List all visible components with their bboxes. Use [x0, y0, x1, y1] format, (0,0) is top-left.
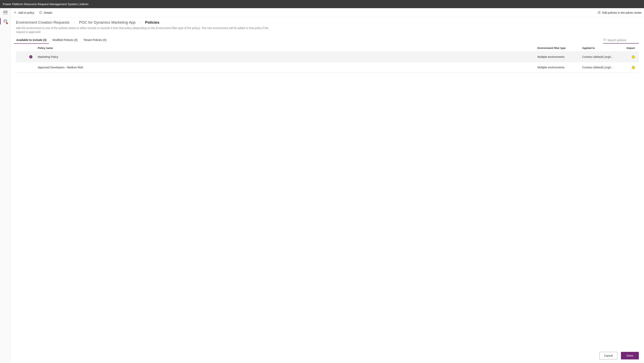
- add-to-policy-label: Add to policy: [18, 11, 34, 14]
- chevron-right-icon: ›: [140, 21, 141, 24]
- details-label: Details: [44, 11, 52, 14]
- breadcrumb-item-requests[interactable]: Environment Creation Requests ›: [16, 20, 75, 25]
- breadcrumb-item-policies: Policies: [145, 20, 160, 25]
- tab-available[interactable]: Available to include (3): [16, 37, 47, 44]
- checkmark-badge-icon: [29, 55, 32, 58]
- app-header: Power Platform Resource Request Manageme…: [0, 0, 644, 8]
- table-row[interactable]: Approved Developers - Medium Risk Multip…: [16, 62, 639, 73]
- breadcrumb-label: POC for Dynamics Marketing App: [79, 20, 136, 25]
- search-input[interactable]: [608, 38, 639, 42]
- app-title: Power Platform Resource Request Manageme…: [3, 2, 88, 6]
- inbox-icon: [4, 19, 7, 24]
- tab-modified[interactable]: Modified Policies (0): [52, 37, 78, 44]
- nav-active-indicator: [0, 18, 0, 24]
- chevron-right-icon: ›: [74, 21, 74, 24]
- page-description: Add the environment to one of the polici…: [16, 26, 274, 34]
- breadcrumb-label: Policies: [145, 20, 160, 25]
- breadcrumb: Environment Creation Requests › POC for …: [16, 20, 639, 25]
- cell-policy-name: Approved Developers - Medium Risk: [38, 66, 538, 69]
- svg-point-3: [604, 39, 606, 40]
- details-button[interactable]: Details: [38, 10, 53, 16]
- svg-rect-2: [40, 12, 41, 13]
- main-shell: Add to policy Details Edit policies in t…: [0, 8, 644, 363]
- cancel-button[interactable]: Cancel: [600, 352, 617, 360]
- open-external-icon: [598, 11, 601, 15]
- impact-indicator-icon: [632, 56, 635, 58]
- cell-filter-type: Multiple environments: [538, 55, 582, 58]
- svg-point-1: [40, 12, 41, 12]
- search-box[interactable]: [603, 38, 639, 44]
- footer-actions: Cancel Done: [600, 352, 639, 360]
- nav-item-requests[interactable]: [0, 18, 10, 25]
- policy-table: Policy name Environment filter type Appl…: [16, 44, 639, 73]
- cell-policy-name: Marketing Policy: [38, 55, 538, 58]
- info-icon: [39, 11, 42, 15]
- plus-icon: [14, 11, 17, 15]
- cell-filter-type: Multiple environments: [538, 66, 582, 69]
- notification-badge: [6, 22, 8, 24]
- breadcrumb-label: Environment Creation Requests: [16, 20, 69, 25]
- tab-tenant[interactable]: Tenant Policies (0): [83, 37, 107, 44]
- table-row[interactable]: Marketing Policy Multiple environments C…: [16, 52, 639, 62]
- done-button[interactable]: Done: [621, 352, 639, 360]
- column-header-impact[interactable]: Impact: [622, 46, 639, 50]
- impact-indicator-icon: [632, 66, 635, 69]
- hamburger-menu-icon[interactable]: [3, 11, 8, 14]
- content-area: Add to policy Details Edit policies in t…: [11, 8, 644, 363]
- search-icon: [604, 38, 606, 42]
- edit-policies-label: Edit policies in the admin center: [602, 11, 642, 14]
- column-header-name[interactable]: Policy name: [38, 46, 538, 50]
- cell-applied-to: Contoso (default) (org0…: [582, 66, 622, 69]
- breadcrumb-item-poc[interactable]: POC for Dynamics Marketing App ›: [79, 20, 141, 25]
- cell-applied-to: Contoso (default) (org0…: [582, 55, 622, 58]
- edit-policies-link[interactable]: Edit policies in the admin center: [598, 11, 642, 15]
- table-header-row: Policy name Environment filter type Appl…: [16, 44, 639, 52]
- column-header-applied[interactable]: Applied to: [582, 46, 622, 50]
- tabs-list: Available to include (3) Modified Polici…: [16, 37, 107, 44]
- page-body: Environment Creation Requests › POC for …: [11, 18, 644, 363]
- column-header-filter[interactable]: Environment filter type: [538, 46, 582, 50]
- tabs-row: Available to include (3) Modified Polici…: [16, 37, 639, 44]
- command-bar: Add to policy Details Edit policies in t…: [11, 8, 644, 18]
- add-to-policy-button[interactable]: Add to policy: [13, 10, 34, 16]
- left-nav-rail: [0, 8, 11, 363]
